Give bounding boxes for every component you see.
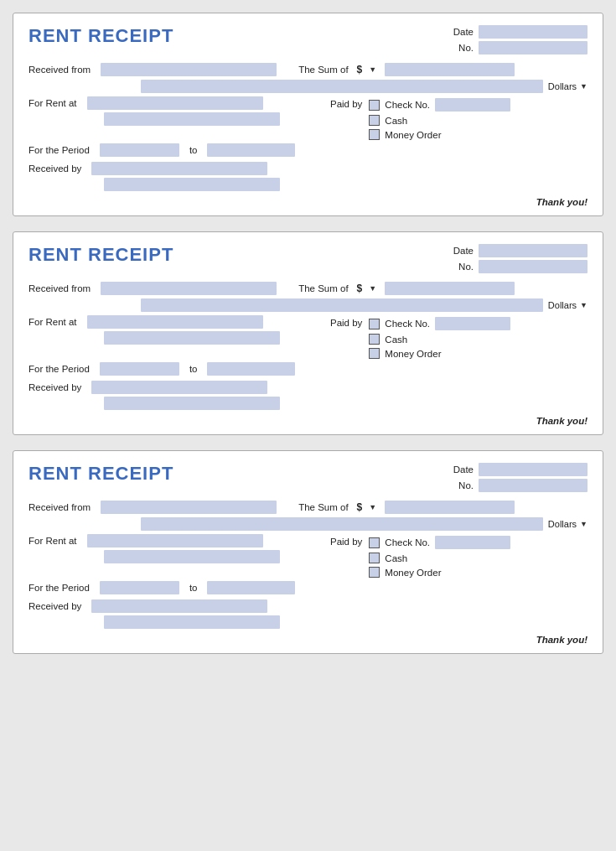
money-order-checkbox-3[interactable] bbox=[369, 567, 380, 578]
cash-checkbox-1[interactable] bbox=[369, 115, 380, 126]
paid-by-label-3: Paid by bbox=[330, 536, 362, 547]
rent-at-field-line2-2[interactable] bbox=[104, 331, 280, 345]
received-by-field-2[interactable] bbox=[91, 381, 267, 394]
period-row-3: For the Period to bbox=[28, 581, 588, 594]
check-no-field-1[interactable] bbox=[435, 98, 510, 112]
receipt-2: RENT RECEIPT Date No. Received from The … bbox=[13, 231, 603, 435]
received-from-field-3[interactable] bbox=[101, 501, 277, 514]
received-from-label-3: Received from bbox=[28, 502, 91, 512]
received-by-line2-1[interactable] bbox=[104, 178, 280, 191]
no-field-2[interactable] bbox=[479, 260, 588, 273]
rent-at-field-2[interactable] bbox=[87, 315, 263, 329]
paid-by-section-3: Paid by Check No. Cash Money Order bbox=[313, 534, 510, 578]
money-order-label-1: Money Order bbox=[385, 130, 441, 140]
no-field-3[interactable] bbox=[479, 479, 588, 492]
received-by-label-1: Received by bbox=[28, 163, 81, 174]
sum-dropdown-1[interactable]: ▼ bbox=[369, 65, 376, 74]
received-sum-row-3: Received from The Sum of $ ▼ bbox=[28, 501, 588, 514]
paid-by-section-2: Paid by Check No. Cash Money Order bbox=[313, 315, 510, 359]
received-by-row-1: Received by bbox=[28, 162, 588, 175]
thank-you-1: Thank you! bbox=[28, 197, 588, 207]
to-label-1: to bbox=[189, 145, 198, 155]
check-checkbox-1[interactable] bbox=[369, 100, 380, 111]
check-checkbox-3[interactable] bbox=[369, 537, 380, 548]
for-rent-at-label-2: For Rent at bbox=[28, 317, 77, 327]
sum-dropdown-3[interactable]: ▼ bbox=[369, 503, 376, 511]
received-by-line2-3[interactable] bbox=[104, 615, 280, 629]
cash-checkbox-3[interactable] bbox=[369, 553, 380, 563]
check-no-label-3: Check No. bbox=[385, 537, 430, 547]
received-by-row-2: Received by bbox=[28, 381, 588, 394]
cash-checkbox-2[interactable] bbox=[369, 334, 380, 345]
money-order-label-3: Money Order bbox=[385, 568, 441, 578]
dollars-dropdown-1[interactable]: ▼ bbox=[580, 82, 588, 91]
money-order-checkbox-2[interactable] bbox=[369, 348, 380, 359]
rent-at-field-line2-1[interactable] bbox=[104, 112, 280, 126]
received-by-line2-2[interactable] bbox=[104, 397, 280, 410]
dollars-field-2[interactable] bbox=[141, 298, 543, 312]
period-label-3: For the Period bbox=[28, 583, 90, 593]
the-sum-of-label-1: The Sum of bbox=[298, 65, 348, 75]
receipt-3: RENT RECEIPT Date No. Received from The … bbox=[13, 450, 603, 654]
period-from-field-3[interactable] bbox=[100, 581, 179, 594]
dollars-label-2: Dollars bbox=[548, 300, 577, 310]
no-field-1[interactable] bbox=[479, 41, 588, 54]
sum-dropdown-2[interactable]: ▼ bbox=[369, 284, 376, 293]
dollars-field-1[interactable] bbox=[141, 80, 543, 93]
receipt-title-3: RENT RECEIPT bbox=[28, 463, 173, 485]
received-by-field-1[interactable] bbox=[91, 162, 267, 175]
received-from-field-1[interactable] bbox=[101, 63, 277, 76]
period-to-field-1[interactable] bbox=[207, 143, 295, 157]
sum-field-2[interactable] bbox=[385, 282, 515, 295]
check-no-label-1: Check No. bbox=[385, 100, 430, 110]
to-label-3: to bbox=[189, 583, 198, 593]
check-no-field-2[interactable] bbox=[435, 317, 510, 330]
dollars-dropdown-3[interactable]: ▼ bbox=[580, 520, 588, 528]
dollars-field-3[interactable] bbox=[141, 517, 543, 531]
sum-field-1[interactable] bbox=[385, 63, 515, 76]
period-label-1: For the Period bbox=[28, 145, 90, 155]
check-no-field-3[interactable] bbox=[435, 536, 510, 549]
rent-at-field-line2-3[interactable] bbox=[104, 550, 280, 563]
date-field-2[interactable] bbox=[479, 244, 588, 257]
received-by-row-3: Received by bbox=[28, 599, 588, 613]
received-from-field-2[interactable] bbox=[101, 282, 277, 295]
date-field-1[interactable] bbox=[479, 25, 588, 39]
paid-by-section-1: Paid by Check No. Cash Money Order bbox=[313, 96, 510, 140]
sum-field-3[interactable] bbox=[385, 501, 515, 514]
cash-label-3: Cash bbox=[385, 553, 407, 563]
money-order-checkbox-1[interactable] bbox=[369, 129, 380, 140]
dollars-row-1: Dollars ▼ bbox=[28, 80, 588, 93]
rent-at-field-1[interactable] bbox=[87, 96, 263, 110]
date-label-1: Date bbox=[450, 27, 474, 37]
paid-by-label-2: Paid by bbox=[330, 317, 362, 328]
received-by-field-3[interactable] bbox=[91, 599, 267, 613]
date-label-2: Date bbox=[450, 246, 474, 256]
received-from-label-2: Received from bbox=[28, 283, 91, 293]
date-label-3: Date bbox=[450, 464, 474, 475]
rent-at-field-3[interactable] bbox=[87, 534, 263, 547]
received-by-section-1: Received by bbox=[28, 162, 588, 194]
period-from-field-1[interactable] bbox=[100, 143, 179, 157]
cash-label-1: Cash bbox=[385, 116, 407, 126]
received-by-section-3: Received by bbox=[28, 599, 588, 631]
check-no-label-2: Check No. bbox=[385, 319, 430, 329]
date-field-3[interactable] bbox=[479, 463, 588, 476]
for-rent-row-3: For Rent at bbox=[28, 534, 313, 547]
receipt-1: RENT RECEIPT Date No. Received from The … bbox=[13, 13, 603, 216]
period-row-1: For the Period to bbox=[28, 143, 588, 157]
no-label-2: No. bbox=[450, 262, 474, 272]
dollars-dropdown-2[interactable]: ▼ bbox=[580, 301, 588, 309]
money-order-label-2: Money Order bbox=[385, 349, 441, 359]
date-no-block-1: Date No. bbox=[450, 25, 588, 54]
dollars-label-1: Dollars bbox=[548, 81, 577, 91]
period-to-field-2[interactable] bbox=[207, 362, 295, 376]
receipt-title-1: RENT RECEIPT bbox=[28, 25, 173, 47]
period-to-field-3[interactable] bbox=[207, 581, 295, 594]
received-from-label-1: Received from bbox=[28, 65, 91, 75]
received-by-section-2: Received by bbox=[28, 381, 588, 413]
period-from-field-2[interactable] bbox=[100, 362, 179, 376]
received-by-label-3: Received by bbox=[28, 601, 81, 611]
period-row-2: For the Period to bbox=[28, 362, 588, 376]
check-checkbox-2[interactable] bbox=[369, 319, 380, 330]
